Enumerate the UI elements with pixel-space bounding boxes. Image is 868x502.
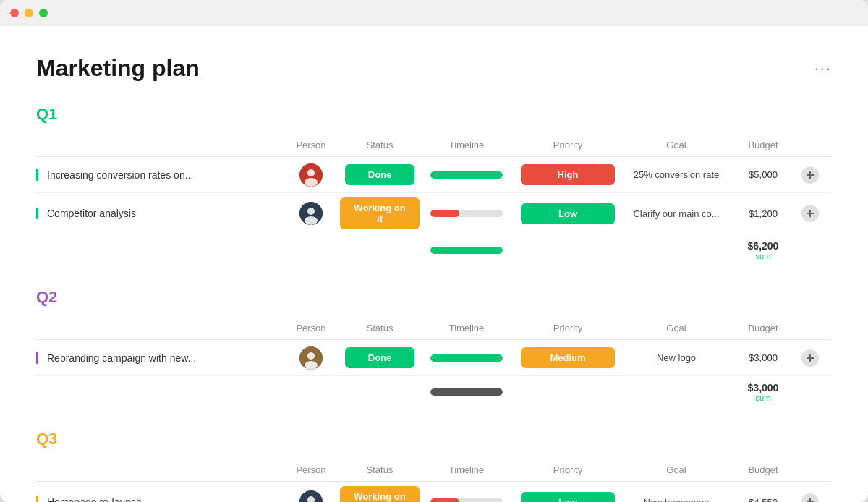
add-cell — [796, 349, 825, 367]
table-row: Competitor analysis Working on itLowClar… — [36, 193, 832, 234]
summary-timeline-fill — [430, 247, 503, 254]
timeline-fill — [430, 171, 503, 179]
budget-cell: $1,200 — [731, 208, 796, 219]
q3-title: Q3 — [36, 430, 832, 448]
app-window: Marketing plan ··· Q1PersonStatusTimelin… — [0, 0, 868, 502]
avatar-cell — [282, 202, 340, 225]
timeline-fill — [430, 354, 503, 362]
q1-header: PersonStatusTimelinePriorityGoalBudget — [36, 134, 832, 157]
budget-text: $4,550 — [749, 497, 778, 503]
budget-cell: $3,000 — [731, 352, 796, 363]
row-item-name: Increasing conversion rates on... — [36, 169, 282, 181]
budget-text: $5,000 — [749, 169, 778, 180]
priority-cell: Medium — [514, 347, 622, 368]
svg-point-2 — [305, 178, 318, 187]
table-row: Rebranding campaign with new... DoneMedi… — [36, 340, 832, 376]
budget-cell: $4,550 — [731, 497, 796, 503]
table-row: Homepage re-launch Working on itLowNew h… — [36, 482, 832, 502]
add-cell — [796, 493, 825, 502]
goal-text: 25% conversion rate — [634, 169, 720, 180]
q3-col-7 — [796, 464, 825, 475]
status-badge: Done — [345, 164, 414, 185]
svg-point-7 — [305, 216, 318, 225]
timeline-cell — [420, 498, 514, 502]
budget-cell: $5,000 — [731, 169, 796, 180]
q2-col-2: Status — [340, 323, 420, 333]
status-badge: Done — [345, 347, 414, 368]
goal-cell: Clarify our main co... — [622, 208, 731, 219]
q2-title: Q2 — [36, 288, 832, 307]
goal-cell: New logo — [622, 352, 731, 363]
priority-badge: High — [521, 164, 615, 185]
avatar-cell — [282, 490, 340, 502]
status-cell: Working on it — [340, 486, 420, 502]
summary-sum-label: sum — [731, 393, 796, 402]
q1-col-2: Status — [340, 140, 420, 150]
summary-sum-label: sum — [731, 252, 796, 260]
priority-badge: Medium — [521, 347, 615, 368]
q2-table: PersonStatusTimelinePriorityGoalBudgetRe… — [36, 317, 832, 404]
row-item-name: Homepage re-launch — [36, 496, 282, 502]
close-dot[interactable] — [10, 9, 19, 17]
minimize-dot[interactable] — [25, 9, 33, 17]
q2-col-0 — [36, 323, 282, 333]
summary-budget-value: $6,200 — [731, 240, 796, 252]
q3-col-0 — [36, 464, 282, 475]
add-button[interactable] — [801, 349, 819, 367]
section-q1: Q1PersonStatusTimelinePriorityGoalBudget… — [36, 105, 832, 262]
row-item-name: Rebranding campaign with new... — [36, 352, 282, 364]
summary-budget-value: $3,000 — [731, 382, 796, 393]
timeline-cell — [420, 210, 514, 217]
q2-col-3: Timeline — [420, 323, 514, 333]
add-button[interactable] — [801, 205, 819, 222]
q2-col-7 — [796, 323, 825, 333]
priority-cell: High — [514, 164, 622, 185]
timeline-cell — [420, 171, 514, 179]
q1-col-6: Budget — [731, 140, 796, 150]
priority-cell: Low — [514, 492, 622, 503]
q2-col-6: Budget — [731, 323, 796, 333]
q1-col-3: Timeline — [420, 140, 514, 150]
summary-budget: $6,200sum — [731, 240, 796, 260]
q3-col-5: Goal — [622, 464, 731, 475]
timeline-bar — [430, 171, 503, 179]
q3-table: PersonStatusTimelinePriorityGoalBudgetHo… — [36, 459, 832, 502]
avatar — [299, 346, 323, 370]
q3-header: PersonStatusTimelinePriorityGoalBudget — [36, 459, 832, 482]
add-button[interactable] — [801, 166, 819, 184]
avatar-cell — [282, 346, 340, 370]
q3-col-4: Priority — [514, 464, 622, 475]
add-button[interactable] — [801, 493, 819, 502]
q1-table: PersonStatusTimelinePriorityGoalBudgetIn… — [36, 134, 832, 262]
q3-col-3: Timeline — [420, 464, 514, 475]
more-button[interactable]: ··· — [814, 59, 832, 78]
main-content: Marketing plan ··· Q1PersonStatusTimelin… — [0, 26, 868, 502]
add-cell — [796, 205, 825, 222]
timeline-cell — [420, 354, 514, 362]
q2-col-5: Goal — [622, 323, 731, 333]
avatar — [299, 490, 323, 502]
q1-col-5: Goal — [622, 140, 731, 150]
q3-col-6: Budget — [731, 464, 796, 475]
goal-text: New logo — [657, 352, 696, 363]
status-cell: Done — [340, 164, 420, 185]
sections-container: Q1PersonStatusTimelinePriorityGoalBudget… — [36, 105, 832, 502]
timeline-fill — [430, 498, 459, 502]
status-cell: Done — [340, 347, 420, 368]
svg-point-1 — [307, 169, 315, 176]
timeline-fill — [430, 210, 459, 217]
maximize-dot[interactable] — [39, 9, 48, 17]
priority-cell: Low — [514, 203, 622, 224]
status-badge: Working on it — [340, 197, 420, 229]
svg-point-6 — [307, 208, 315, 215]
q1-col-0 — [36, 140, 282, 150]
q1-col-4: Priority — [514, 140, 622, 150]
timeline-bar — [430, 210, 503, 217]
status-badge: Working on it — [340, 486, 420, 502]
avatar-cell — [282, 163, 340, 187]
add-cell — [796, 166, 825, 184]
summary-row: $6,200sum — [36, 234, 832, 262]
budget-text: $1,200 — [749, 208, 778, 219]
goal-cell: New homepage — [622, 497, 731, 503]
q2-col-4: Priority — [514, 323, 622, 333]
